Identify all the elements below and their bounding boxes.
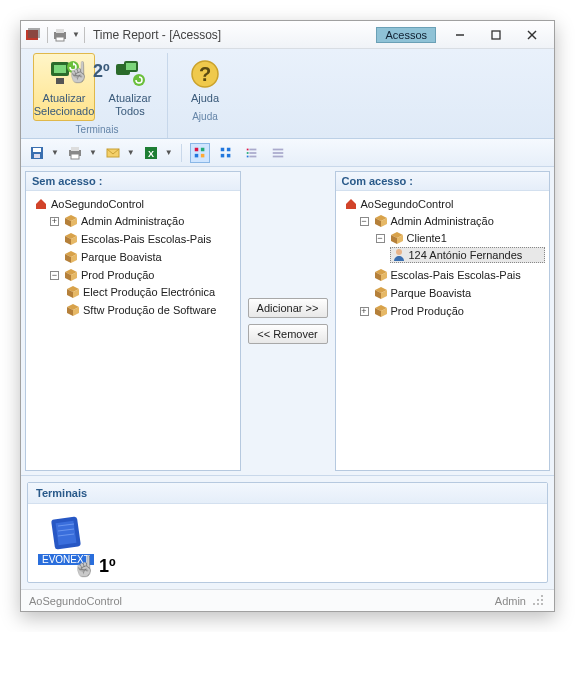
tree-item[interactable]: Parque Boavista [48,249,236,265]
remove-button[interactable]: << Remover [248,324,328,344]
box-icon [374,268,388,282]
tree-item-selected[interactable]: 124 António Fernandes [390,247,546,263]
terminal-device-icon [47,514,85,552]
ribbon-btn-atualizar-todos[interactable]: Atualizar Todos [99,53,161,121]
home-icon [34,197,48,211]
box-icon [390,231,404,245]
svg-rect-33 [227,148,231,152]
ribbon-btn-label: Ajuda [191,92,219,105]
dropdown-icon[interactable]: ▼ [127,148,135,157]
print-icon[interactable] [65,143,85,163]
svg-rect-36 [246,149,248,151]
tree-com-acesso[interactable]: AoSegundoControl − Admin Administração [336,191,550,470]
expander-minus-icon[interactable]: − [360,217,369,226]
ribbon-tab-acessos[interactable]: Acessos [376,27,436,43]
separator [84,27,85,43]
tree-label: Admin Administração [391,215,494,227]
person-icon [392,248,406,262]
box-icon [64,268,78,282]
minimize-button[interactable] [442,24,478,46]
ribbon-group-label: Ajuda [174,110,236,123]
svg-point-45 [396,249,402,255]
expander-minus-icon[interactable]: − [376,234,385,243]
box-icon [66,303,80,317]
expander-plus-icon[interactable]: + [360,307,369,316]
dropdown-icon[interactable]: ▼ [51,148,59,157]
tree-label: Prod Produção [391,305,464,317]
status-right: Admin [495,595,526,607]
resize-grip-icon[interactable] [532,594,546,608]
tree-label: Parque Boavista [81,251,162,263]
tree-item[interactable]: − Prod Produção [48,267,236,283]
quick-dropdown-icon[interactable]: ▼ [72,30,80,39]
tree-sem-acesso[interactable]: AoSegundoControl + Admin Administração [26,191,240,470]
box-icon [64,214,78,228]
add-button[interactable]: Adicionar >> [248,298,328,318]
ribbon-btn-ajuda[interactable]: ? Ajuda [174,53,236,108]
box-icon [64,232,78,246]
tree-item[interactable]: Escolas-Pais Escolas-Pais [358,267,546,283]
svg-rect-10 [54,65,66,73]
tree-label: AoSegundoControl [361,198,454,210]
app-window: ▼ Time Report - [Acessos] Acessos Atuali… [20,20,555,612]
dropdown-icon[interactable]: ▼ [165,148,173,157]
tree-item[interactable]: + Admin Administração [48,213,236,229]
tree-label: Escolas-Pais Escolas-Pais [391,269,521,281]
tree-item[interactable]: + Prod Produção [358,303,546,319]
ribbon-btn-atualizar-selecionado[interactable]: Atualizar Selecionado ☝ 2º [33,53,95,121]
view-list-icon[interactable] [242,143,262,163]
svg-rect-31 [201,154,205,158]
tree-root[interactable]: AoSegundoControl [32,196,236,212]
maximize-button[interactable] [478,24,514,46]
ribbon-btn-label: Atualizar Selecionado [34,92,95,118]
svg-rect-24 [71,154,79,159]
main-area: Sem acesso : AoSegundoControl + Admin Ad… [21,167,554,476]
box-icon [374,304,388,318]
svg-rect-20 [33,148,41,152]
svg-rect-39 [249,152,256,154]
terminais-section: Terminais EVONEXT ☝ 1º [21,476,554,589]
title-bar: ▼ Time Report - [Acessos] Acessos [21,21,554,49]
terminal-item[interactable]: EVONEXT ☝ 1º [38,514,94,565]
svg-rect-15 [126,63,136,70]
terminais-panel: Terminais EVONEXT ☝ 1º [27,482,548,583]
expander-minus-icon[interactable]: − [50,271,59,280]
tree-item[interactable]: Escolas-Pais Escolas-Pais [48,231,236,247]
email-icon[interactable] [103,143,123,163]
svg-rect-4 [56,37,64,41]
excel-icon[interactable]: X [141,143,161,163]
expander-plus-icon[interactable]: + [50,217,59,226]
svg-text:?: ? [199,63,211,85]
separator [181,144,182,162]
svg-rect-35 [227,154,231,158]
svg-rect-23 [71,147,79,151]
tree-item[interactable]: − Admin Administração [358,213,546,229]
separator [47,27,48,43]
view-details-icon[interactable] [268,143,288,163]
tree-item[interactable]: − Cliente1 [374,230,546,246]
tree-item[interactable]: Elect Produção Electrónica [64,284,236,300]
terminais-body: EVONEXT ☝ 1º [28,504,547,582]
hand-pointer-icon: ☝ [72,554,97,578]
terminais-header: Terminais [28,483,547,504]
ribbon-group-terminais: Atualizar Selecionado ☝ 2º Atualizar Tod… [27,53,167,138]
tree-item[interactable]: Parque Boavista [358,285,546,301]
close-button[interactable] [514,24,550,46]
tree-label: Elect Produção Electrónica [83,286,215,298]
view-icons-color-icon[interactable] [190,143,210,163]
panel-com-acesso: Com acesso : AoSegundoControl − Admin Ad… [335,171,551,471]
tree-root[interactable]: AoSegundoControl [342,196,546,212]
svg-rect-44 [272,156,283,158]
window-title: Time Report - [Acessos] [93,28,221,42]
status-bar: AoSegundoControl Admin [21,589,554,611]
svg-rect-3 [56,29,64,33]
svg-rect-6 [492,31,500,39]
svg-rect-21 [34,154,40,158]
tree-label: Prod Produção [81,269,154,281]
view-icons-icon[interactable] [216,143,236,163]
save-icon[interactable] [27,143,47,163]
svg-rect-38 [246,152,248,154]
quick-print-icon[interactable] [52,27,68,43]
dropdown-icon[interactable]: ▼ [89,148,97,157]
tree-item[interactable]: Sftw Produção de Software [64,302,236,318]
